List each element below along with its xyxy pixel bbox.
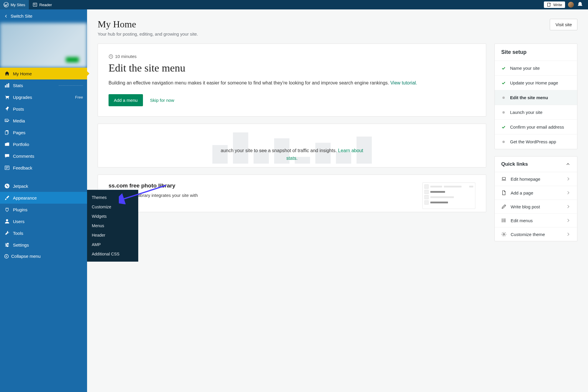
avatar[interactable] — [568, 2, 574, 8]
setup-item-get-app[interactable]: Get the WordPress app — [495, 134, 577, 149]
sidebar-item-my-home[interactable]: My Home — [0, 68, 87, 79]
check-icon — [501, 81, 506, 85]
pin-icon — [4, 106, 10, 112]
setup-item-home-page[interactable]: Update your Home page — [495, 76, 577, 90]
svg-point-23 — [6, 219, 8, 221]
flyout-widgets[interactable]: Widgets — [87, 212, 138, 221]
quick-edit-menus[interactable]: Edit menus — [495, 214, 577, 227]
svg-rect-17 — [5, 131, 8, 135]
svg-rect-9 — [5, 85, 6, 87]
task-time: 10 minutes — [109, 54, 475, 59]
reader-icon — [32, 2, 38, 7]
sidebar-item-tools[interactable]: Tools — [0, 227, 87, 239]
photo-illustration — [422, 182, 475, 209]
switch-site-label: Switch Site — [11, 14, 32, 19]
quick-links-card: Quick links Edit homepage Add a page — [494, 156, 577, 241]
task-card: 10 minutes Edit the site menu Building a… — [98, 44, 486, 117]
chevron-up-icon — [565, 162, 571, 167]
main-content: My Home Your hub for posting, editing, a… — [87, 9, 588, 392]
svg-point-37 — [502, 220, 502, 220]
quick-customize-theme[interactable]: Customize theme — [495, 227, 577, 241]
dot-icon — [502, 141, 505, 143]
stats-card: aunch your site to see a snapshot of tra… — [98, 124, 486, 167]
visit-site-button[interactable]: Visit site — [550, 19, 577, 30]
chevron-right-icon — [566, 190, 571, 195]
laptop-icon — [501, 176, 507, 182]
svg-point-29 — [7, 246, 8, 247]
svg-point-38 — [502, 222, 502, 222]
setup-item-edit-menu[interactable]: Edit the site menu — [495, 90, 577, 105]
quick-write-post[interactable]: Write blog post — [495, 200, 577, 214]
topbar: My Sites Reader Write — [0, 0, 588, 9]
flyout-customize[interactable]: Customize — [87, 202, 138, 212]
sidebar-item-plugins[interactable]: Plugins — [0, 204, 87, 215]
site-setup-card: Site setup Name your site Update your Ho… — [494, 44, 577, 149]
quick-edit-homepage[interactable]: Edit homepage — [495, 172, 577, 186]
sidebar-item-comments[interactable]: Comments — [0, 150, 87, 162]
sidebar-item-jetpack[interactable]: Jetpack — [0, 180, 87, 192]
sidebar-item-media[interactable]: Media — [0, 115, 87, 127]
collapse-menu-label: Collapse menu — [11, 254, 41, 259]
topbar-reader[interactable]: Reader — [29, 0, 56, 9]
pages-icon — [4, 129, 10, 135]
switch-site[interactable]: Switch Site — [0, 9, 87, 23]
chevron-right-icon — [566, 218, 571, 223]
sidebar-item-upgrades[interactable]: Upgrades Free — [0, 91, 87, 103]
sidebar-item-portfolio[interactable]: Portfolio — [0, 138, 87, 150]
flyout-menus[interactable]: Menus — [87, 221, 138, 230]
topbar-reader-label: Reader — [39, 3, 52, 7]
sliders-icon — [4, 242, 10, 248]
setup-item-name-site[interactable]: Name your site — [495, 61, 577, 76]
sidebar-item-stats[interactable]: Stats — [0, 79, 87, 91]
svg-point-13 — [8, 98, 9, 99]
collapse-menu[interactable]: Collapse menu — [0, 251, 87, 262]
list-icon — [501, 218, 507, 223]
task-title: Edit the site menu — [109, 62, 475, 74]
check-icon — [501, 66, 506, 71]
svg-point-27 — [6, 244, 7, 245]
notifications-icon[interactable] — [577, 1, 583, 8]
dot-icon — [502, 97, 505, 99]
write-icon — [547, 2, 552, 7]
sidebar: Switch Site My Home Stats Upgrades Free … — [0, 9, 87, 392]
pencil-icon — [501, 204, 507, 209]
wordpress-icon — [4, 2, 9, 7]
site-setup-title: Site setup — [495, 44, 577, 61]
sidebar-item-pages[interactable]: Pages — [0, 127, 87, 138]
quick-links-header[interactable]: Quick links — [495, 157, 577, 172]
check-icon — [501, 125, 506, 129]
sidebar-item-feedback[interactable]: Feedback — [0, 162, 87, 174]
sidebar-menu: My Home Stats Upgrades Free Posts Media — [0, 68, 87, 251]
photo-card-desc: Our free photo library integrates your s… — [109, 192, 415, 199]
skip-button[interactable]: Skip for now — [150, 98, 174, 103]
add-menu-button[interactable]: Add a menu — [109, 94, 143, 106]
sidebar-item-appearance[interactable]: Appearance — [0, 192, 87, 204]
write-button-label: Write — [553, 3, 562, 7]
portfolio-icon — [4, 141, 10, 147]
flyout-themes[interactable]: Themes — [87, 193, 138, 202]
svg-point-25 — [7, 243, 9, 244]
setup-item-confirm-email[interactable]: Confirm your email address — [495, 120, 577, 134]
topbar-my-sites[interactable]: My Sites — [0, 0, 29, 9]
media-icon — [4, 118, 10, 124]
comment-icon — [4, 153, 10, 159]
stats-text: aunch your site to see a snapshot of tra… — [216, 133, 369, 162]
site-card[interactable] — [0, 23, 87, 68]
brush-icon — [4, 195, 10, 201]
view-tutorial-link[interactable]: View tutorial. — [390, 80, 417, 85]
photo-card-title: ss.com free photo library — [109, 182, 415, 189]
sidebar-item-settings[interactable]: Settings — [0, 239, 87, 251]
page-icon — [501, 190, 507, 195]
setup-item-launch[interactable]: Launch your site — [495, 105, 577, 120]
flyout-amp[interactable]: AMP — [87, 240, 138, 249]
flyout-additional-css[interactable]: Additional CSS — [87, 249, 138, 259]
sidebar-item-posts[interactable]: Posts — [0, 103, 87, 115]
svg-rect-1 — [33, 3, 37, 6]
svg-rect-32 — [502, 177, 506, 180]
quick-add-page[interactable]: Add a page — [495, 186, 577, 200]
home-icon — [4, 71, 10, 77]
svg-point-36 — [502, 219, 502, 219]
write-button[interactable]: Write — [544, 1, 565, 8]
flyout-header[interactable]: Header — [87, 230, 138, 240]
sidebar-item-users[interactable]: Users — [0, 215, 87, 227]
